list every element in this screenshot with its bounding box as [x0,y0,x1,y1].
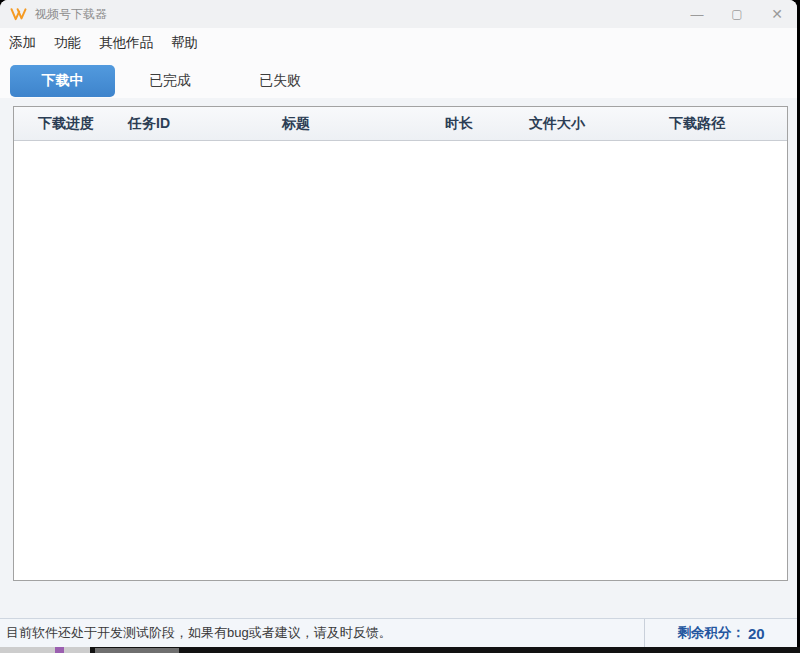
tab-downloading[interactable]: 下载中 [10,65,115,97]
app-window: 视频号下载器 — ▢ ✕ 添加 功能 其他作品 帮助 下载中 已完成 已失败 下… [0,0,797,647]
tab-completed[interactable]: 已完成 [115,65,225,97]
status-message: 目前软件还处于开发测试阶段，如果有bug或者建议，请及时反馈。 [0,619,645,647]
column-header-task-id[interactable]: 任务ID [118,115,180,133]
wechat-channels-logo-icon [10,6,28,22]
desktop-background-strip [0,647,800,653]
credits-value: 20 [748,625,765,642]
column-header-title[interactable]: 标题 [180,115,412,133]
menu-item-help[interactable]: 帮助 [162,28,207,58]
taskbar-remnant-mark [55,647,64,653]
maximize-button[interactable]: ▢ [717,0,757,28]
download-table: 下载进度 任务ID 标题 时长 文件大小 下载路径 [13,106,788,581]
menu-bar: 添加 功能 其他作品 帮助 [0,28,797,58]
taskbar-remnant [0,647,90,653]
remaining-credits: 剩余积分： 20 [645,619,797,647]
menu-item-add[interactable]: 添加 [0,28,45,58]
tab-failed[interactable]: 已失败 [225,65,335,97]
window-title: 视频号下载器 [35,6,107,23]
close-button[interactable]: ✕ [757,0,797,28]
table-body-empty [14,141,787,580]
column-header-file-size[interactable]: 文件大小 [506,115,608,133]
tab-strip: 下载中 已完成 已失败 [0,64,797,98]
taskbar-remnant-2 [95,648,179,653]
menu-item-features[interactable]: 功能 [45,28,90,58]
column-header-duration[interactable]: 时长 [412,115,506,133]
column-header-progress[interactable]: 下载进度 [14,115,118,133]
menu-item-other-works[interactable]: 其他作品 [90,28,162,58]
minimize-button[interactable]: — [677,0,717,28]
status-bar: 目前软件还处于开发测试阶段，如果有bug或者建议，请及时反馈。 剩余积分： 20 [0,618,797,647]
content-area: 下载进度 任务ID 标题 时长 文件大小 下载路径 [0,98,797,618]
title-bar: 视频号下载器 — ▢ ✕ [0,0,797,28]
window-controls: — ▢ ✕ [677,0,797,28]
table-header-row: 下载进度 任务ID 标题 时长 文件大小 下载路径 [14,107,787,141]
column-header-path[interactable]: 下载路径 [608,115,786,133]
credits-label: 剩余积分： [677,624,745,642]
